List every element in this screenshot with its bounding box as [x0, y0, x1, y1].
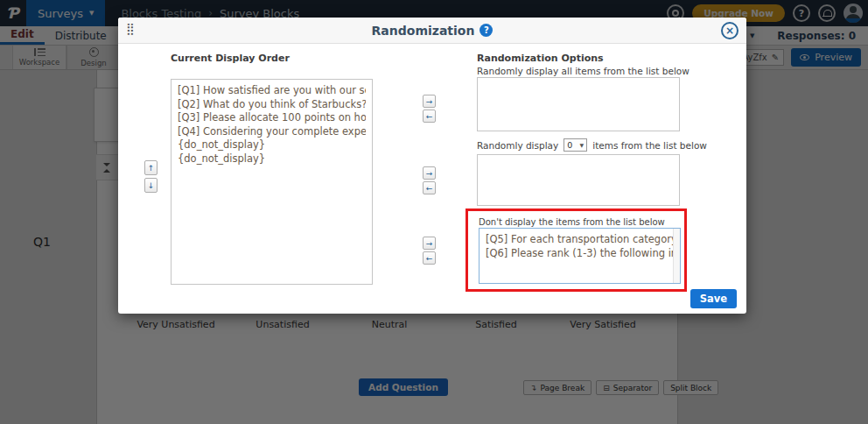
random-all-label: Randomly display all items from the list…	[477, 66, 690, 76]
modal-title-wrap: Randomization ?	[372, 24, 494, 38]
arrow-left-icon: ←	[426, 112, 433, 121]
list-item[interactable]: {do_not_display}	[178, 152, 366, 166]
move-left-button[interactable]: ←	[423, 251, 436, 265]
arrow-right-icon: →	[426, 97, 433, 106]
current-display-order-header: Current Display Order	[171, 53, 290, 64]
random-n-list[interactable]	[477, 154, 680, 206]
random-n-label-post: items from the list below	[592, 140, 707, 151]
randomization-modal: ⣿ Randomization ? × Current Display Orde…	[118, 18, 746, 314]
arrow-right-icon: →	[426, 169, 433, 178]
arrow-up-icon: ↑	[148, 164, 155, 173]
move-left-button[interactable]: ←	[423, 181, 436, 194]
exclude-list[interactable]: [Q5] For each transportation category in…	[479, 228, 681, 284]
arrow-left-icon: ←	[426, 184, 433, 193]
arrow-down-icon: ↓	[148, 181, 155, 190]
help-icon[interactable]: ?	[480, 24, 493, 37]
move-right-button[interactable]: →	[423, 95, 436, 108]
list-item[interactable]: [Q1] How satisfied are you with our serv…	[178, 84, 366, 98]
random-n-label-pre: Randomly display	[477, 140, 558, 151]
list-item[interactable]: [Q5] For each transportation category in…	[486, 233, 674, 247]
arrow-left-icon: ←	[426, 254, 433, 263]
list-item[interactable]: {do_not_display}	[178, 138, 366, 152]
caret-down-icon: ▼	[580, 142, 584, 148]
app-screen: Ƥ Surveys ▼ Blocks Testing › Survey Bloc…	[0, 0, 868, 424]
randomization-options-header: Randomization Options	[477, 53, 604, 64]
drag-handle-icon[interactable]: ⣿	[126, 22, 135, 35]
exclude-label: Don't display the items from the list be…	[479, 217, 665, 227]
move-down-button[interactable]: ↓	[144, 178, 158, 193]
transfer-controls-exclude: → ←	[423, 237, 436, 265]
modal-title: Randomization	[372, 24, 475, 38]
save-button[interactable]: Save	[690, 289, 737, 308]
list-item[interactable]: [Q2] What do you think of Starbucks?	[178, 98, 366, 112]
close-icon[interactable]: ×	[721, 22, 738, 39]
move-left-button[interactable]: ←	[423, 110, 436, 123]
random-n-select[interactable]: 0 ▼	[564, 138, 587, 152]
scrollbar[interactable]	[673, 229, 680, 283]
random-all-list[interactable]	[477, 77, 680, 131]
list-item[interactable]: [Q4] Considering your complete experienc…	[178, 125, 366, 139]
list-item[interactable]: [Q3] Please allocate 100 points on how y…	[178, 111, 366, 125]
random-n-value: 0	[567, 140, 572, 150]
arrow-right-icon: →	[426, 239, 433, 248]
random-n-row: Randomly display 0 ▼ items from the list…	[477, 138, 707, 152]
move-right-button[interactable]: →	[423, 237, 436, 250]
reorder-controls: ↑ ↓	[144, 160, 158, 193]
transfer-controls-random-n: → ←	[423, 166, 436, 194]
modal-header: ⣿ Randomization ? ×	[118, 18, 746, 44]
current-display-order-list[interactable]: [Q1] How satisfied are you with our serv…	[171, 79, 373, 285]
transfer-controls-random-all: → ←	[423, 95, 436, 123]
move-up-button[interactable]: ↑	[144, 160, 158, 175]
list-item[interactable]: [Q6] Please rank (1-3) the following in …	[486, 247, 674, 261]
move-right-button[interactable]: →	[423, 166, 436, 180]
